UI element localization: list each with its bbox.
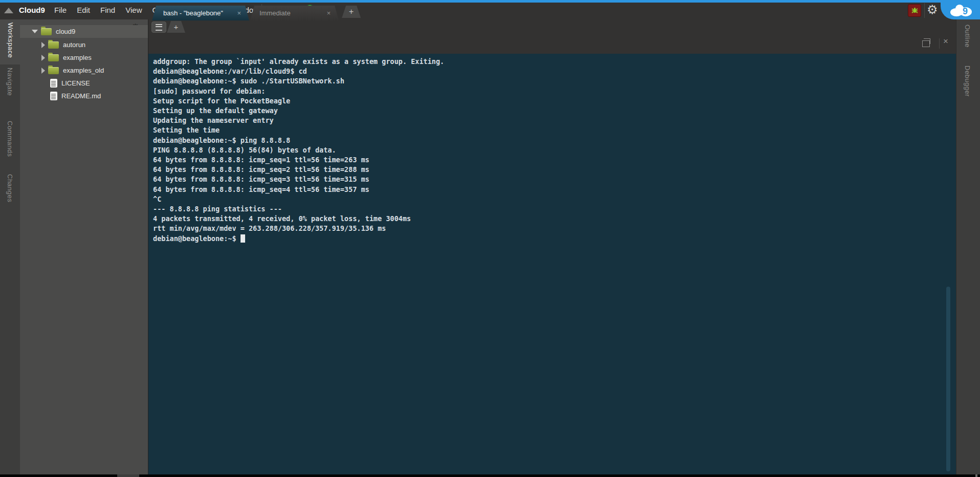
app-logo-text: Cloud9 [19,6,45,14]
file-icon [50,92,57,100]
folder-icon [48,54,59,61]
rail-tab-commands[interactable]: Commands [6,121,14,157]
bottom-bar-segment [117,474,139,477]
tree-row-readme[interactable]: README.md [20,90,148,102]
tab-close-icon[interactable]: × [326,9,331,17]
bottom-bar-tick [975,474,977,477]
terminal-line: debian@beaglebone:~$ ping 8.8.8.8 [153,136,956,145]
terminal-line: addgroup: The group `input' already exis… [153,57,956,67]
terminal-output[interactable]: addgroup: The group `input' already exis… [148,54,956,474]
rail-tab-outline[interactable]: Outline [964,25,971,48]
tree-item-label: README.md [61,92,101,100]
terminal-line: debian@beaglebone:~$ sudo ./StartUSBNetw… [153,76,956,86]
terminal-line: 64 bytes from 8.8.8.8: icmp_seq=4 ttl=56… [153,185,956,194]
chevron-collapsed-icon[interactable] [41,55,45,61]
tree-item-label: examples [63,54,92,61]
tab-label: bash - "beaglebone" [163,9,223,17]
tree-row-examples-old[interactable]: examples_old [20,64,148,77]
tree-item-label: LICENSE [61,79,90,87]
rail-tab-changes[interactable]: Changes [6,174,14,203]
console-toolbar [148,19,956,34]
menu-find[interactable]: Find [100,6,115,14]
terminal-line: debian@beaglebone:/var/lib/cloud9$ cd [153,67,956,76]
folder-icon [48,41,59,49]
terminal-prompt-line: debian@beaglebone:~$ [153,234,956,244]
terminal-line: Setting up the default gateway [153,106,956,116]
terminal-line: 64 bytes from 8.8.8.8: icmp_seq=3 ttl=56… [153,175,956,184]
tree-row-examples[interactable]: examples [20,51,148,64]
rail-tab-workspace[interactable]: Workspace [7,23,14,58]
tree-row-license[interactable]: LICENSE [20,77,148,90]
terminal-prompt: debian@beaglebone:~$ [153,234,241,243]
console-menu-button[interactable] [151,21,166,33]
terminal-line: 64 bytes from 8.8.8.8: icmp_seq=2 ttl=56… [153,165,956,175]
restore-pane-icon[interactable] [922,40,930,47]
terminal-line: --- 8.8.8.8 ping statistics --- [153,204,956,214]
folder-icon [41,28,52,35]
terminal-line: Setting the time [153,125,956,135]
tab-close-icon[interactable]: × [237,9,241,17]
tab-bash-beaglebone[interactable]: bash - "beaglebone" × [152,6,249,20]
tree-item-label: cloud9 [56,28,75,35]
chevron-collapsed-icon[interactable] [41,68,45,74]
settings-gear-icon[interactable]: ⚙ [927,3,938,17]
cloud9-logo[interactable]: 9 [949,4,973,16]
pane-controls-divider [939,38,940,49]
bug-icon [911,7,919,14]
terminal-line: Updating the nameserver entry [153,116,956,125]
list-icon [156,24,162,31]
close-pane-icon[interactable]: × [943,36,948,47]
terminal-line: PING 8.8.8.8 (8.8.8.8) 56(84) bytes of d… [153,145,956,155]
bottom-bar [0,474,980,477]
terminal-line: 4 packets transmitted, 4 received, 0% pa… [153,214,956,224]
terminal-line: rtt min/avg/max/mdev = 263.288/306.228/3… [153,224,956,233]
chevron-expanded-icon[interactable] [32,30,38,33]
tab-label: Immediate [259,9,291,17]
tree-row-autorun[interactable]: autorun [20,38,148,51]
menubar-collapse-arrow-icon[interactable] [4,8,13,13]
terminal-scrollbar-thumb[interactable] [946,287,950,471]
svg-text:9: 9 [963,6,968,16]
terminal-cursor [241,234,245,243]
menubar-divider [924,3,925,18]
tree-item-label: autorun [63,41,85,49]
menu-file[interactable]: File [54,6,67,14]
menu-edit[interactable]: Edit [77,6,90,14]
file-icon [50,79,57,88]
terminal-line: 64 bytes from 8.8.8.8: icmp_seq=1 ttl=56… [153,155,956,165]
chevron-collapsed-icon[interactable] [41,42,45,48]
terminal-line: [sudo] password for debian: [153,86,956,96]
tree-row-cloud9[interactable]: cloud9 [20,25,148,38]
terminal-line: ^C [153,194,956,204]
tree-item-label: examples_old [63,67,104,74]
menu-view[interactable]: View [125,6,142,14]
rail-tab-navigate[interactable]: Navigate [6,68,14,96]
debug-bug-button[interactable] [908,4,921,17]
rail-tab-debugger[interactable]: Debugger [964,66,971,97]
terminal-line: Setup script for the PocketBeagle [153,96,956,106]
console-tabbar [148,33,956,54]
folder-icon [48,67,59,74]
tab-immediate[interactable]: Immediate × [250,6,339,20]
